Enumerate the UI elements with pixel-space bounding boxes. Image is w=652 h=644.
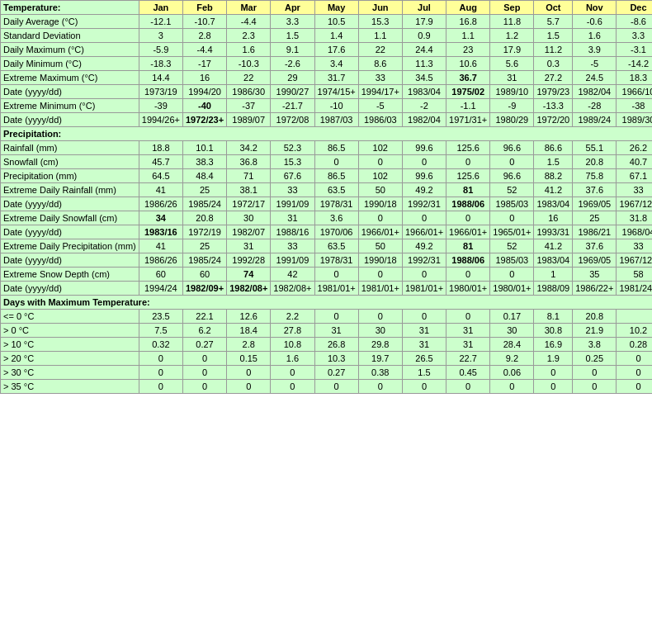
climate-table: Temperature: Jan Feb Mar Apr May Jun Jul… [0, 0, 652, 394]
data-cell: 1967/12+ [617, 253, 652, 268]
data-cell: 52.3 [271, 141, 314, 155]
row-label: > 0 °C [1, 324, 139, 338]
data-cell: 31 [402, 338, 446, 352]
data-cell: 102 [358, 141, 402, 155]
data-cell: 0 [490, 380, 534, 394]
data-cell: 31 [227, 239, 271, 253]
table-row: Date (yyyy/dd)1994/241982/09+1982/08+198… [1, 282, 653, 296]
data-cell: 1989/30 [617, 113, 652, 127]
data-cell: 41.2 [534, 183, 573, 197]
data-cell: 0 [617, 352, 652, 366]
row-label: Standard Deviation [1, 29, 139, 43]
data-cell: 11.2 [534, 43, 573, 57]
data-cell: -8.6 [617, 15, 652, 29]
data-cell: 20.8 [182, 211, 226, 225]
data-cell: 1982/08+ [271, 282, 314, 296]
data-cell: 33 [271, 183, 314, 197]
data-cell: 1994/24 [139, 282, 182, 296]
data-cell: 1983/04 [534, 197, 573, 211]
data-cell: 1966/10 [617, 85, 652, 99]
table-row: Date (yyyy/dd)1994/26+1972/23+1989/07197… [1, 113, 653, 127]
data-cell: 55.1 [573, 141, 617, 155]
data-cell: -37 [227, 99, 271, 113]
data-cell: 74 [227, 268, 271, 282]
data-cell: 0 [358, 211, 402, 225]
data-cell: 15.3 [358, 15, 402, 29]
row-label: Extreme Minimum (°C) [1, 99, 139, 113]
data-cell: 33 [358, 71, 402, 85]
data-cell: 0 [402, 310, 446, 324]
data-cell: 10.6 [446, 57, 490, 71]
row-label: Date (yyyy/dd) [1, 253, 139, 268]
data-cell: 3.3 [271, 15, 314, 29]
data-cell: 14.4 [139, 71, 182, 85]
data-cell: 35 [573, 268, 617, 282]
data-cell: 1982/09+ [182, 282, 226, 296]
data-cell: 0 [139, 366, 182, 380]
data-cell: 3.3 [617, 29, 652, 43]
data-cell: 16.9 [534, 338, 573, 352]
data-cell: 48.4 [182, 169, 226, 183]
data-cell: 18.4 [227, 324, 271, 338]
data-cell: 1989/07 [227, 113, 271, 127]
data-cell: 31 [402, 324, 446, 338]
data-cell: 31.7 [314, 71, 358, 85]
data-cell: 0.9 [402, 29, 446, 43]
data-cell: 1972/08 [271, 113, 314, 127]
data-cell: -12.1 [139, 15, 182, 29]
data-cell: 33 [617, 239, 652, 253]
data-cell: 88.2 [534, 169, 573, 183]
data-cell: 2.8 [182, 29, 226, 43]
data-cell: 1983/04 [534, 253, 573, 268]
row-label: Extreme Snow Depth (cm) [1, 268, 139, 282]
data-cell: 1966/01+ [446, 225, 490, 239]
data-cell: 1990/27 [271, 85, 314, 99]
data-cell: 1981/24+ [617, 282, 652, 296]
data-cell: 1 [534, 268, 573, 282]
table-row: Extreme Daily Precipitation (mm)41253133… [1, 239, 653, 253]
data-cell: 1988/06 [446, 197, 490, 211]
data-cell: 0 [314, 380, 358, 394]
data-cell: 1981/01+ [358, 282, 402, 296]
data-cell: 30 [227, 211, 271, 225]
data-cell: 24.5 [573, 71, 617, 85]
row-label: > 35 °C [1, 380, 139, 394]
data-cell: 0 [314, 310, 358, 324]
data-cell: 0.17 [490, 310, 534, 324]
data-cell: 1974/15+ [314, 85, 358, 99]
data-cell: 0 [358, 380, 402, 394]
data-cell: 1985/24 [182, 197, 226, 211]
data-cell: 0 [358, 268, 402, 282]
col-header-mar: Mar [227, 1, 271, 15]
data-cell: 24.4 [402, 43, 446, 57]
row-label: Date (yyyy/dd) [1, 197, 139, 211]
data-cell: 1966/01+ [402, 225, 446, 239]
data-cell: 10.3 [314, 352, 358, 366]
data-cell: 11.3 [402, 57, 446, 71]
data-cell: 22.1 [182, 310, 226, 324]
table-row: <= 0 °C23.522.112.62.200000.178.120.8C [1, 310, 653, 324]
data-cell: 96.6 [490, 141, 534, 155]
data-cell: 0 [139, 380, 182, 394]
data-cell: -9 [490, 99, 534, 113]
data-cell: 0 [358, 155, 402, 169]
data-cell: -2.6 [271, 57, 314, 71]
data-cell: 1972/17 [227, 197, 271, 211]
data-cell: 1.1 [358, 29, 402, 43]
data-cell: 1989/10 [490, 85, 534, 99]
data-cell: -13.3 [534, 99, 573, 113]
data-cell: 0.15 [227, 352, 271, 366]
table-row: > 20 °C000.151.610.319.726.522.79.21.90.… [1, 352, 653, 366]
data-cell: -38 [617, 99, 652, 113]
data-cell: 1965/01+ [490, 225, 534, 239]
data-cell: 1992/31 [402, 253, 446, 268]
table-corner-header: Temperature: [1, 1, 139, 15]
data-cell: -5.9 [139, 43, 182, 57]
data-cell: 1983/16 [139, 225, 182, 239]
data-cell: -1.1 [446, 99, 490, 113]
data-cell: 1980/01+ [446, 282, 490, 296]
data-cell: -10.3 [227, 57, 271, 71]
data-cell: 0 [617, 380, 652, 394]
data-cell: 31 [446, 324, 490, 338]
data-cell: 75.8 [573, 169, 617, 183]
